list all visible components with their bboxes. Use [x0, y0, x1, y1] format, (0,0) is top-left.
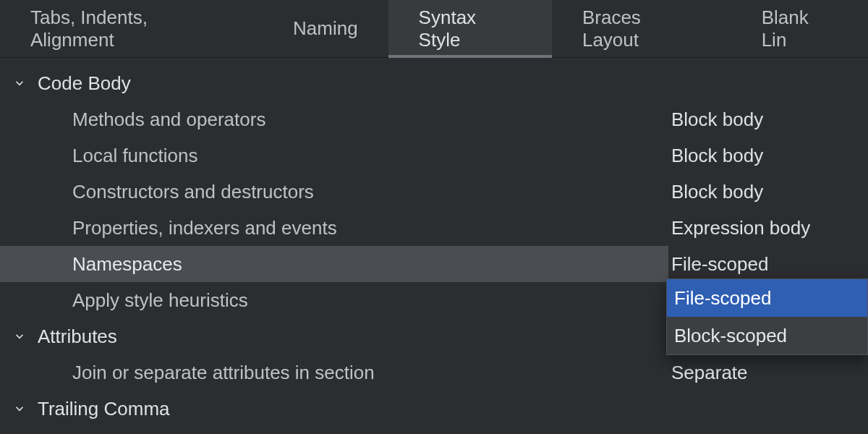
tab-naming[interactable]: Naming — [263, 0, 388, 57]
tab-blank-lines[interactable]: Blank Lin — [731, 0, 868, 57]
setting-label: Apply style heuristics — [72, 289, 668, 312]
tab-tabs-indents-alignment[interactable]: Tabs, Indents, Alignment — [0, 0, 263, 57]
chevron-down-icon[interactable] — [0, 77, 38, 90]
setting-constructors-and-destructors[interactable]: Constructors and destructors Block body — [0, 174, 868, 210]
group-trailing-comma[interactable]: Trailing Comma — [0, 391, 868, 427]
setting-label: Constructors and destructors — [72, 181, 668, 203]
setting-label: Properties, indexers and events — [72, 217, 668, 239]
chevron-down-icon[interactable] — [0, 330, 38, 343]
settings-content: Code Body Methods and operators Block bo… — [0, 58, 868, 427]
setting-value[interactable]: Block body — [668, 181, 763, 203]
setting-value[interactable]: Expression body — [668, 217, 810, 239]
group-label: Attributes — [38, 326, 117, 348]
group-label: Code Body — [38, 72, 131, 95]
setting-methods-and-operators[interactable]: Methods and operators Block body — [0, 101, 868, 137]
group-code-body[interactable]: Code Body — [0, 65, 868, 101]
tab-braces-layout[interactable]: Braces Layout — [552, 0, 731, 57]
setting-properties-indexers-events[interactable]: Properties, indexers and events Expressi… — [0, 210, 868, 246]
setting-label: Namespaces — [72, 253, 668, 276]
tab-syntax-style[interactable]: Syntax Style — [388, 0, 552, 57]
group-label: Trailing Comma — [38, 398, 170, 420]
namespaces-dropdown[interactable]: File-scoped Block-scoped — [666, 278, 868, 355]
setting-namespaces[interactable]: Namespaces File-scoped — [0, 246, 868, 282]
dropdown-option-file-scoped[interactable]: File-scoped — [667, 279, 867, 317]
setting-value[interactable]: File-scoped — [668, 253, 768, 276]
setting-label: Local functions — [72, 145, 668, 167]
dropdown-option-block-scoped[interactable]: Block-scoped — [667, 317, 867, 354]
setting-value[interactable]: Separate — [668, 362, 748, 384]
chevron-down-icon[interactable] — [0, 402, 38, 415]
setting-value[interactable]: Block body — [668, 109, 763, 131]
setting-label: Methods and operators — [72, 109, 668, 131]
setting-label: Join or separate attributes in section — [72, 362, 668, 384]
setting-join-or-separate-attributes[interactable]: Join or separate attributes in section S… — [0, 354, 868, 391]
setting-value[interactable]: Block body — [668, 145, 763, 167]
tabbar: Tabs, Indents, Alignment Naming Syntax S… — [0, 0, 868, 58]
setting-local-functions[interactable]: Local functions Block body — [0, 137, 868, 174]
